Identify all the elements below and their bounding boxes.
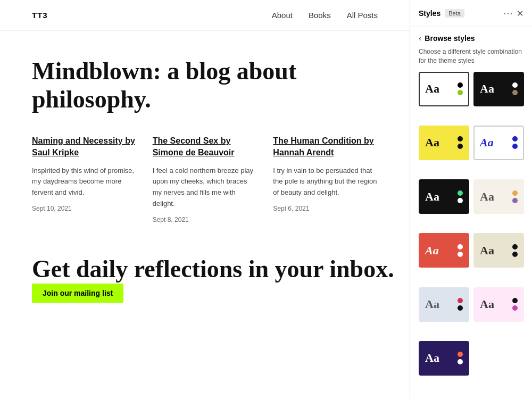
style-dots	[512, 82, 518, 95]
nav-books[interactable]: Books	[309, 11, 331, 20]
dot-secondary	[458, 359, 463, 364]
style-card-8[interactable]: Aa	[473, 233, 524, 268]
style-aa-label: Aa	[425, 244, 439, 257]
site-nav: About Books All Posts	[272, 11, 378, 20]
close-icon[interactable]: ✕	[517, 9, 523, 19]
dot-secondary	[512, 252, 518, 257]
dot-secondary	[458, 305, 463, 311]
style-card-6[interactable]: Aa	[473, 179, 524, 214]
dot-primary	[458, 82, 463, 88]
post-card-1: Naming and Necessity by Saul Kripke Insp…	[32, 135, 137, 223]
site-logo[interactable]: TT3	[32, 11, 48, 20]
dot-secondary	[512, 305, 518, 311]
panel-description: Choose a different style combination for…	[410, 47, 532, 72]
newsletter-title: Get daily reflections in your inbox.	[32, 255, 394, 284]
post-title-2[interactable]: The Second Sex by Simone de Beauvoir	[153, 135, 257, 159]
style-card-5[interactable]: Aa	[419, 179, 469, 214]
browse-title: Browse styles	[425, 34, 475, 43]
more-options-icon[interactable]: ⋯	[503, 7, 512, 19]
style-card-7[interactable]: Aa	[419, 233, 469, 268]
panel-header: Styles Beta ⋯ ✕	[410, 0, 532, 27]
style-aa-label: Aa	[425, 190, 439, 204]
hero-title: Mindblown: a blog about philosophy.	[32, 57, 378, 114]
style-card-3[interactable]: Aa	[419, 126, 469, 160]
site-header: TT3 About Books All Posts	[0, 0, 410, 31]
post-excerpt-3: I try in vain to be persuaded that the p…	[273, 165, 378, 198]
newsletter-text: Get daily reflections in your inbox. Joi…	[32, 255, 394, 303]
style-aa-label: Aa	[425, 297, 439, 311]
dot-primary	[512, 82, 518, 88]
style-dots	[512, 136, 518, 149]
dot-secondary	[512, 90, 518, 95]
dot-secondary	[512, 144, 518, 149]
dot-secondary	[458, 90, 463, 95]
style-card-11[interactable]: Aa	[419, 341, 469, 376]
post-excerpt-1: Inspirited by this wind of promise, my d…	[32, 165, 137, 198]
style-dots	[512, 298, 518, 311]
style-aa-label: Aa	[480, 297, 494, 311]
style-card-2[interactable]: Aa	[473, 72, 524, 106]
dot-primary	[512, 244, 518, 250]
style-dots	[512, 244, 518, 257]
post-date-1: Sept 10, 2021	[32, 205, 137, 212]
back-arrow-icon[interactable]: ‹	[419, 34, 421, 43]
post-title-1[interactable]: Naming and Necessity by Saul Kripke	[32, 135, 137, 159]
post-excerpt-2: I feel a cold northern breeze play upon …	[153, 165, 257, 210]
dot-secondary	[458, 198, 463, 203]
style-aa-label: Aa	[425, 82, 439, 96]
style-dots	[458, 82, 463, 95]
style-aa-label: Aa	[425, 351, 439, 365]
posts-grid: Naming and Necessity by Saul Kripke Insp…	[0, 135, 410, 245]
mailing-list-button[interactable]: Join our mailing list	[32, 284, 123, 303]
style-dots	[512, 190, 518, 203]
panel-actions: ⋯ ✕	[503, 7, 523, 19]
nav-about[interactable]: About	[272, 11, 293, 20]
style-dots	[458, 244, 463, 257]
style-card-4[interactable]: Aa	[473, 126, 524, 160]
dot-primary	[512, 298, 518, 303]
style-dots	[458, 298, 463, 311]
dot-primary	[512, 190, 518, 196]
styles-grid: Aa Aa Aa Aa	[410, 72, 532, 399]
post-title-3[interactable]: The Human Condition by Hannah Arendt	[273, 135, 378, 159]
newsletter-section: Get daily reflections in your inbox. Joi…	[0, 245, 410, 313]
post-card-3: The Human Condition by Hannah Arendt I t…	[273, 135, 378, 223]
dot-secondary	[512, 198, 518, 203]
dot-primary	[458, 352, 463, 357]
style-aa-label: Aa	[480, 82, 494, 96]
hero-section: Mindblown: a blog about philosophy.	[0, 31, 410, 135]
dot-primary	[512, 136, 518, 142]
dot-primary	[458, 244, 463, 250]
style-dots	[458, 136, 463, 149]
panel-title: Styles	[419, 9, 440, 18]
beta-badge: Beta	[445, 9, 464, 18]
panel-title-row: Styles Beta	[419, 9, 464, 18]
main-content: TT3 About Books All Posts Mindblown: a b…	[0, 0, 410, 399]
style-aa-label: Aa	[480, 244, 494, 257]
browse-header: ‹ Browse styles	[410, 27, 532, 47]
style-dots	[458, 352, 463, 364]
style-aa-label: Aa	[425, 136, 439, 149]
style-aa-label: Aa	[480, 190, 494, 204]
dot-secondary	[458, 144, 463, 149]
style-aa-label: Aa	[480, 136, 494, 149]
dot-primary	[458, 298, 463, 303]
style-card-9[interactable]: Aa	[419, 287, 469, 322]
style-card-1[interactable]: Aa	[419, 72, 469, 106]
post-card-2: The Second Sex by Simone de Beauvoir I f…	[153, 135, 257, 223]
styles-panel: Styles Beta ⋯ ✕ ‹ Browse styles Choose a…	[410, 0, 532, 399]
style-dots	[458, 190, 463, 203]
nav-all-posts[interactable]: All Posts	[347, 11, 378, 20]
post-date-3: Sept 6, 2021	[273, 205, 378, 212]
dot-primary	[458, 136, 463, 142]
post-date-2: Sept 8, 2021	[153, 216, 257, 223]
dot-secondary	[458, 252, 463, 257]
style-card-10[interactable]: Aa	[473, 287, 524, 322]
dot-primary	[458, 190, 463, 196]
